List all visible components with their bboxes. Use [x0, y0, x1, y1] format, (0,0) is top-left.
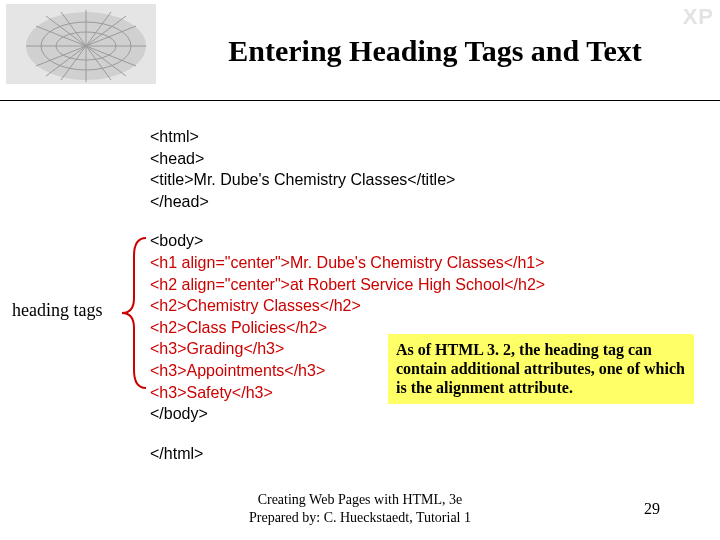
- annotation-label: heading tags: [12, 300, 102, 321]
- code-line-heading: <h2 align="center">at Robert Service Hig…: [150, 274, 545, 296]
- blank-line: [150, 212, 545, 230]
- code-line: </head>: [150, 191, 545, 213]
- footer-line: Creating Web Pages with HTML, 3e: [0, 491, 720, 509]
- slide-header: Entering Heading Tags and Text XP: [0, 0, 720, 101]
- footer-line: Prepared by: C. Hueckstaedt, Tutorial 1: [0, 509, 720, 527]
- blank-line: [150, 425, 545, 443]
- curly-bracket-icon: [120, 236, 150, 390]
- page-title: Entering Heading Tags and Text: [170, 34, 700, 68]
- code-line-heading: <h1 align="center">Mr. Dube's Chemistry …: [150, 252, 545, 274]
- code-line: <title>Mr. Dube's Chemistry Classes</tit…: [150, 169, 545, 191]
- page-number: 29: [644, 500, 660, 518]
- code-block: <html> <head> <title>Mr. Dube's Chemistr…: [150, 126, 545, 464]
- code-line: <head>: [150, 148, 545, 170]
- xp-badge: XP: [683, 4, 714, 30]
- slide: Entering Heading Tags and Text XP <html>…: [0, 0, 720, 540]
- footer: Creating Web Pages with HTML, 3e Prepare…: [0, 491, 720, 526]
- code-line: <html>: [150, 126, 545, 148]
- code-line-heading: <h2>Chemistry Classes</h2>: [150, 295, 545, 317]
- code-line: </html>: [150, 443, 545, 465]
- code-line: <body>: [150, 230, 545, 252]
- code-line: </body>: [150, 403, 545, 425]
- callout-text: As of HTML 3. 2, the heading tag can con…: [396, 341, 685, 396]
- header-image: [6, 4, 156, 84]
- callout-note: As of HTML 3. 2, the heading tag can con…: [388, 334, 694, 404]
